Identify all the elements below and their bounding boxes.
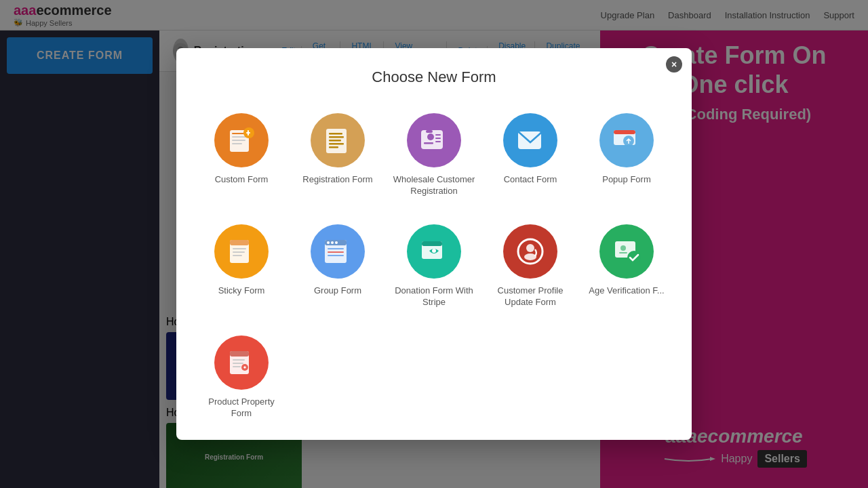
custom-form-icon (214, 113, 269, 167)
registration-form-icon (311, 113, 365, 167)
svg-point-50 (620, 245, 626, 251)
modal-overlay: × Choose New Form Custo (0, 0, 868, 488)
svg-point-19 (427, 134, 434, 140)
form-item-popup[interactable]: Popup Form (582, 106, 671, 204)
modal-close-button[interactable]: × (666, 56, 682, 73)
svg-rect-7 (232, 140, 245, 141)
sticky-form-icon (214, 224, 269, 279)
contact-form-icon (503, 113, 557, 167)
age-form-label: Age Verification F... (589, 285, 664, 297)
form-item-custom[interactable]: Custom Form (197, 106, 286, 204)
form-item-group[interactable]: Group Form (293, 218, 382, 315)
form-item-registration[interactable]: Registration Form (293, 106, 382, 204)
sticky-form-label: Sticky Form (218, 285, 265, 297)
svg-rect-5 (232, 133, 244, 134)
svg-rect-24 (426, 130, 433, 133)
svg-rect-13 (329, 133, 342, 135)
product-form-label: Product Property Form (200, 396, 283, 420)
svg-rect-43 (422, 241, 442, 246)
svg-rect-21 (435, 134, 441, 136)
svg-rect-32 (233, 251, 245, 253)
group-form-label: Group Form (314, 285, 361, 297)
form-item-customer[interactable]: Customer Profile Update Form (486, 218, 575, 315)
form-item-product[interactable]: Product Property Form (197, 329, 286, 426)
popup-form-label: Popup Form (602, 174, 651, 186)
svg-rect-53 (230, 351, 249, 357)
svg-rect-8 (232, 143, 242, 144)
choose-form-modal: × Choose New Form Custo (176, 48, 692, 439)
svg-rect-23 (435, 141, 441, 142)
customer-form-icon (503, 224, 557, 279)
svg-rect-41 (328, 255, 344, 256)
svg-rect-33 (233, 255, 242, 256)
form-item-sticky[interactable]: Sticky Form (197, 218, 286, 315)
wholesale-form-label: Wholesale Customer Registration (393, 174, 475, 197)
svg-point-44 (432, 249, 436, 253)
svg-rect-31 (233, 248, 246, 249)
contact-form-label: Contact Form (504, 174, 557, 186)
svg-rect-11 (246, 132, 250, 134)
svg-point-38 (335, 241, 338, 244)
svg-rect-30 (230, 240, 249, 245)
svg-rect-15 (329, 140, 341, 142)
svg-point-37 (331, 241, 334, 244)
svg-rect-39 (328, 248, 344, 249)
svg-rect-16 (329, 143, 344, 145)
svg-point-36 (327, 241, 330, 244)
svg-rect-40 (328, 251, 344, 253)
popup-form-icon (599, 113, 654, 167)
product-form-icon (214, 336, 269, 390)
svg-point-46 (526, 244, 534, 252)
age-form-icon (599, 224, 654, 279)
form-item-contact[interactable]: Contact Form (486, 106, 575, 204)
svg-rect-27 (614, 130, 635, 134)
form-item-wholesale[interactable]: Wholesale Customer Registration (389, 106, 479, 204)
svg-rect-14 (329, 136, 344, 138)
svg-rect-6 (232, 136, 247, 138)
svg-rect-51 (619, 252, 627, 253)
registration-form-label: Registration Form (302, 174, 372, 186)
svg-point-47 (524, 253, 536, 260)
custom-form-label: Custom Form (215, 174, 269, 186)
modal-title: Choose New Form (197, 68, 671, 86)
svg-rect-20 (424, 142, 433, 144)
svg-rect-17 (329, 146, 338, 148)
wholesale-form-icon (407, 113, 461, 167)
group-form-icon (311, 224, 365, 279)
form-grid: Custom Form Registration Form (197, 106, 671, 426)
svg-rect-56 (233, 366, 241, 367)
form-item-donation[interactable]: Donation Form With Stripe (389, 218, 479, 315)
customer-form-label: Customer Profile Update Form (489, 285, 572, 308)
form-item-age[interactable]: Age Verification F... (582, 218, 671, 315)
donation-form-label: Donation Form With Stripe (393, 285, 475, 308)
svg-rect-55 (233, 363, 243, 364)
donation-form-icon (407, 224, 461, 279)
svg-rect-54 (233, 359, 245, 361)
svg-rect-22 (435, 138, 441, 139)
